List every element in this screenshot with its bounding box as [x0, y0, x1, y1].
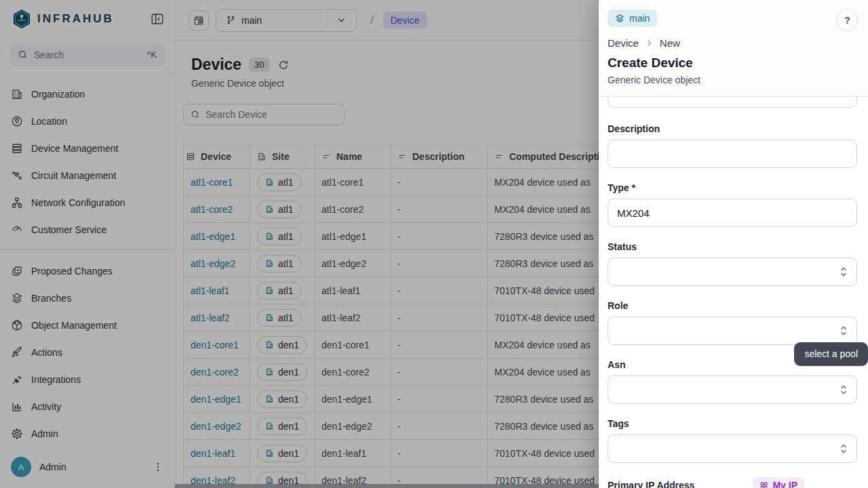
app: INFRAHUB Search ^K Organization: [0, 0, 868, 488]
chevron-up-down-icon: [840, 266, 848, 277]
my-ip-badge[interactable]: My IP: [753, 477, 804, 488]
tags-select[interactable]: [608, 434, 857, 463]
description-label: Description: [608, 123, 857, 134]
breadcrumb-current: New: [660, 37, 680, 49]
primary-ip-label: Primary IP Address: [608, 480, 694, 488]
grid-icon: [760, 481, 768, 488]
chevron-up-down-icon: [840, 443, 848, 454]
chevron-up-down-icon: [840, 384, 848, 395]
drawer-subtitle: Generic Device object: [608, 75, 859, 85]
layers-icon: [615, 14, 625, 23]
create-device-form: Description Type * MX204 Status Role Asn…: [599, 97, 868, 488]
type-field[interactable]: MX204: [608, 199, 857, 227]
status-label: Status: [608, 241, 857, 252]
status-select[interactable]: [608, 258, 857, 286]
name-field-partial[interactable]: [608, 97, 857, 108]
branch-badge[interactable]: main: [608, 9, 657, 27]
drawer-header: main ? Device New Create Device Generic …: [599, 0, 868, 97]
role-label: Role: [608, 300, 857, 311]
role-select[interactable]: [608, 317, 857, 345]
drawer-title: Create Device: [608, 56, 859, 70]
chevron-up-down-icon: [840, 325, 848, 336]
create-device-drawer: main ? Device New Create Device Generic …: [599, 0, 868, 488]
asn-select[interactable]: [608, 375, 857, 404]
description-field[interactable]: [608, 140, 857, 168]
tags-label: Tags: [608, 418, 857, 429]
help-button[interactable]: ?: [837, 9, 858, 30]
type-label: Type *: [608, 182, 857, 193]
select-pool-tooltip: select a pool: [794, 342, 868, 366]
breadcrumb-parent[interactable]: Device: [608, 37, 639, 49]
chevron-right-icon: [645, 39, 654, 47]
drawer-breadcrumb: Device New: [608, 37, 859, 49]
